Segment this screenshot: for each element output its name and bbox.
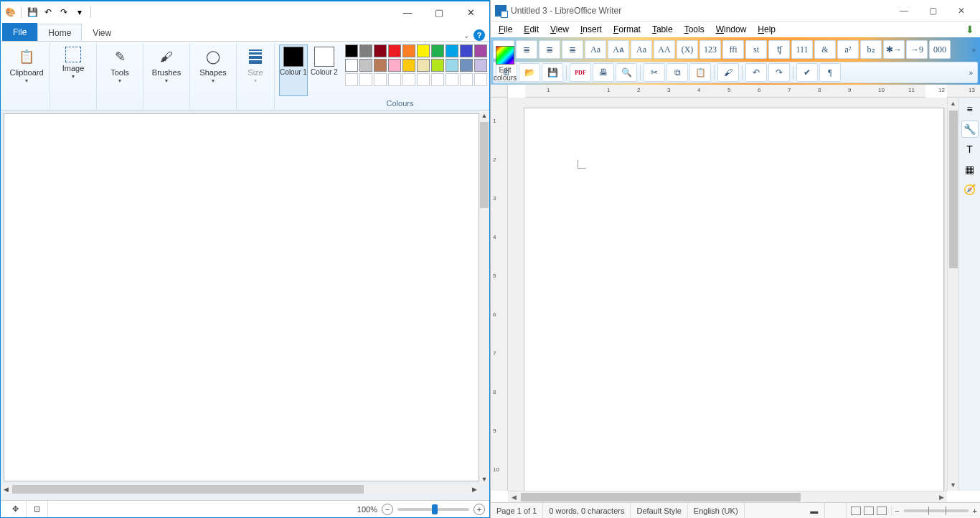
palette-swatch[interactable] [388,59,401,72]
print-button[interactable]: 🖶 [593,63,614,82]
tools-button[interactable]: ✎ Tools ▼ [101,44,138,85]
vscroll-thumb[interactable] [480,122,489,208]
scroll-right-icon[interactable]: ▶ [469,486,479,493]
scroll-left-icon[interactable]: ◀ [1,486,11,493]
palette-swatch[interactable] [388,73,401,86]
tb-ts-button[interactable]: ʧ [768,40,790,59]
status-zoom[interactable]: − + [892,503,980,518]
maximize-button[interactable]: ▢ [918,1,947,21]
palette-swatch[interactable] [345,44,358,57]
menu-edit[interactable]: Edit [519,23,544,36]
copy-button[interactable]: ⧉ [666,63,688,82]
colour2-button[interactable]: Colour 2 [310,44,339,96]
zoom-in-button[interactable]: + [473,504,485,515]
tb-000-button[interactable]: 000 [929,40,951,59]
save-icon[interactable]: 💾 [26,6,39,19]
menu-tools[interactable]: Tools [679,23,710,36]
tab-file[interactable]: File [2,23,37,41]
palette-swatch[interactable] [388,44,401,57]
palette-swatch[interactable] [402,73,415,86]
undo-icon[interactable]: ↶ [42,6,55,19]
tb-aa3-button[interactable]: Aa [631,40,652,59]
size-button[interactable]: Size ▼ [241,44,270,85]
status-words[interactable]: 0 words, 0 characters [543,503,631,518]
zoom-out-button[interactable]: − [382,504,393,515]
undo-button[interactable]: ↶ [745,63,767,82]
view-book-icon[interactable] [877,507,887,515]
close-button[interactable]: ✕ [947,1,976,21]
close-button[interactable]: ✕ [455,2,486,22]
writer-page[interactable] [524,108,944,491]
sidebar-btn-1[interactable]: 🔧 [961,121,979,138]
palette-swatch[interactable] [417,59,430,72]
tb-123-button[interactable]: 123 [699,40,721,59]
tb-star-button[interactable]: ✱→ [883,40,905,59]
maximize-button[interactable]: ▢ [423,2,455,22]
palette-swatch[interactable] [417,44,430,57]
toolbar1-overflow-icon[interactable]: » [969,46,978,54]
palette-swatch[interactable] [431,59,444,72]
collapse-ribbon-icon[interactable]: ⌄ [463,32,469,39]
hscroll-thumb[interactable] [12,485,364,494]
paste-button[interactable]: 📋 [689,63,711,82]
status-page[interactable]: Page 1 of 1 [491,503,543,518]
paint-hscrollbar[interactable]: ◀ ▶ [1,484,479,494]
vscroll-thumb[interactable] [949,110,958,268]
view-multi-icon[interactable] [864,507,874,515]
qat-customize-icon[interactable]: ▾ [73,6,86,19]
spellcheck-button[interactable]: ✔ [796,63,818,82]
tb-st-button[interactable]: st [745,40,767,59]
redo-button[interactable]: ↷ [768,63,790,82]
menu-help[interactable]: Help [753,23,781,36]
menu-insert[interactable]: Insert [575,23,607,36]
tb-arrow9-button[interactable]: →9 [906,40,928,59]
menu-window[interactable]: Window [711,23,752,36]
tb-c-button[interactable]: ≣ [539,40,560,59]
palette-swatch[interactable] [374,59,387,72]
palette-swatch[interactable] [359,73,372,86]
tb-aa4-button[interactable]: AA [654,40,675,59]
tb-aa2-button[interactable]: Aᴀ [608,40,629,59]
format-paint-button[interactable]: 🖌 [717,63,739,82]
palette-swatch[interactable] [474,73,487,86]
palette-swatch[interactable] [359,59,372,72]
palette-swatch[interactable] [402,59,415,72]
menu-table[interactable]: Table [647,23,678,36]
palette-swatch[interactable] [402,44,415,57]
tb-aa-button[interactable]: Aa [585,40,606,59]
paint-vscrollbar[interactable]: ▲ ▼ [479,110,489,484]
scroll-right-icon[interactable]: ▶ [936,494,947,501]
palette-swatch[interactable] [446,73,458,86]
print-preview-button[interactable]: 🔍 [616,63,637,82]
zoom-slider[interactable] [397,508,469,511]
palette-swatch[interactable] [417,73,430,86]
image-button[interactable]: Image ▼ [55,44,92,81]
sidebar-btn-2[interactable]: T [961,141,979,158]
minimize-button[interactable]: — [392,2,423,22]
help-icon[interactable]: ? [473,29,485,41]
palette-swatch[interactable] [460,44,473,57]
zoom-out-icon[interactable]: − [895,507,899,515]
scroll-left-icon[interactable]: ◀ [508,494,519,501]
palette-swatch[interactable] [345,59,358,72]
tb-b2-button[interactable]: b₂ [860,40,882,59]
palette-swatch[interactable] [460,73,473,86]
colour1-button[interactable]: Colour 1 [279,44,308,96]
writer-hscrollbar[interactable]: ◀ ▶ [508,491,947,502]
tab-home[interactable]: Home [37,24,82,41]
save-button[interactable]: 💾 [542,63,563,82]
tab-view[interactable]: View [82,24,122,41]
edit-colours-button[interactable]: Edit colours [489,44,521,82]
scroll-up-icon[interactable]: ▲ [948,98,958,109]
ruler-horizontal[interactable]: 112345678910111213 [525,85,925,98]
writer-doc-area[interactable] [508,98,947,491]
ruler-vertical[interactable]: 12345678910 [491,98,508,491]
menu-format[interactable]: Format [608,23,646,36]
menu-view[interactable]: View [545,23,574,36]
palette-swatch[interactable] [431,73,444,86]
palette-swatch[interactable] [446,44,458,57]
palette-swatch[interactable] [446,59,458,72]
zoom-in-icon[interactable]: + [973,507,977,515]
palette-swatch[interactable] [374,44,387,57]
scroll-up-icon[interactable]: ▲ [479,110,489,121]
